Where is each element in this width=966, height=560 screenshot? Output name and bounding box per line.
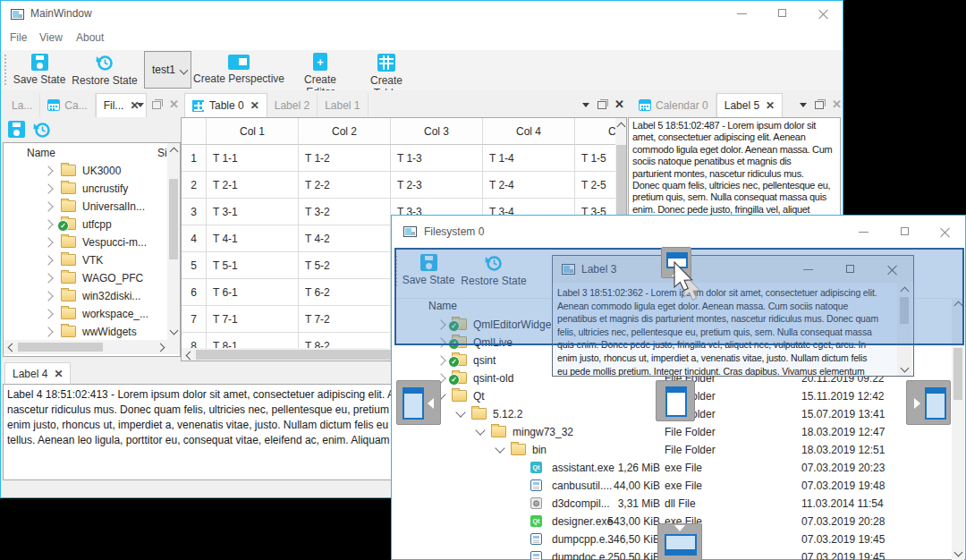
table-row-number[interactable]: 7 xyxy=(182,306,207,333)
menu-about[interactable]: About xyxy=(76,31,104,44)
menu-file[interactable]: File xyxy=(10,31,27,44)
table-cell[interactable]: T 5-1 xyxy=(207,252,299,279)
tab-calendar0[interactable]: Calendar 0 xyxy=(631,93,716,117)
toolbar-drag-handle[interactable] xyxy=(4,54,7,87)
table-cell[interactable]: T 6-1 xyxy=(207,279,299,306)
table-row-number[interactable]: 1 xyxy=(182,145,207,172)
tree-item[interactable]: wwWidgets xyxy=(4,323,167,340)
tree-item[interactable]: workspace_... xyxy=(4,305,167,323)
chevron-down-icon[interactable] xyxy=(455,407,465,417)
table-cell[interactable]: T 4-1 xyxy=(207,225,299,252)
fs-tree-item[interactable]: ⚙d3dcompil...3,31 MiBdll File11.03.2014 … xyxy=(392,495,952,513)
main-titlebar[interactable]: MainWindow xyxy=(1,1,843,28)
tab-label1[interactable]: Label 1 xyxy=(318,93,368,117)
close-panel-icon[interactable]: ✕ xyxy=(832,100,842,109)
table-col-header[interactable]: Col 1 xyxy=(207,118,299,145)
table-cell[interactable]: T 8-1 xyxy=(207,333,299,348)
table-cell[interactable]: T 6-2 xyxy=(299,279,391,306)
chevron-right-icon[interactable] xyxy=(43,183,53,193)
menu-view[interactable]: View xyxy=(39,31,63,44)
tree-item[interactable]: VTK xyxy=(4,251,167,269)
tabs-menu-icon[interactable] xyxy=(582,103,589,107)
table-row-number[interactable]: 6 xyxy=(182,279,207,306)
tab-table0[interactable]: Table 0✕ xyxy=(184,93,267,117)
table-cell[interactable]: T 4-2 xyxy=(299,225,391,252)
table-row-number[interactable]: 4 xyxy=(182,225,207,252)
tab-label5[interactable]: Label 5✕ xyxy=(716,93,783,117)
chevron-right-icon[interactable] xyxy=(43,165,53,175)
table-cell[interactable]: T 8-2 xyxy=(299,333,391,348)
tab-close-icon[interactable]: ✕ xyxy=(766,99,775,112)
table-cell[interactable]: T 5-2 xyxy=(299,252,391,279)
save-state-button[interactable]: Save State xyxy=(12,54,67,86)
drop-indicator-center[interactable] xyxy=(656,380,695,421)
table-cell[interactable]: T 2-2 xyxy=(299,172,391,199)
left-restore-icon[interactable] xyxy=(33,121,51,139)
tree-item[interactable]: ✓utfcpp xyxy=(4,216,167,233)
tab-label4[interactable]: Label 4✕ xyxy=(4,362,71,385)
fs-tree-item[interactable]: Qtassistant.exe1,26 MiBexe File07.03.201… xyxy=(392,459,952,477)
tab-close-icon[interactable]: ✕ xyxy=(250,99,259,112)
float-panel-icon[interactable] xyxy=(597,101,606,109)
tree-item[interactable]: Vespucci-m... xyxy=(4,233,167,251)
tab-close-icon[interactable]: ✕ xyxy=(54,368,63,380)
table-row-number[interactable]: 3 xyxy=(182,199,207,225)
float-panel-icon[interactable] xyxy=(815,101,824,109)
float-panel-icon[interactable] xyxy=(152,101,161,109)
fs-maximize-button[interactable] xyxy=(892,223,919,241)
table-cell[interactable]: T 1-5 xyxy=(575,145,615,172)
chevron-down-icon[interactable] xyxy=(495,443,504,453)
tabs-menu-icon[interactable] xyxy=(800,103,807,107)
tab-ca[interactable]: Ca... xyxy=(40,93,95,117)
left-tree-vscrollbar[interactable] xyxy=(167,143,180,340)
main-minimize-button[interactable] xyxy=(729,4,756,22)
main-maximize-button[interactable] xyxy=(769,4,796,22)
table-cell[interactable]: T 2-5 xyxy=(575,172,615,199)
perspective-combo[interactable]: test1 xyxy=(144,51,191,89)
table-cell[interactable]: T 1-3 xyxy=(391,145,483,172)
chevron-right-icon[interactable] xyxy=(436,355,445,365)
table-cell[interactable]: T 1-2 xyxy=(299,145,391,172)
table-cell[interactable]: T 3-1 xyxy=(207,199,299,225)
chevron-right-icon[interactable] xyxy=(43,237,53,247)
table-col-header[interactable]: Col 3 xyxy=(391,118,483,145)
drop-indicator-bottom[interactable] xyxy=(657,523,702,560)
table-cell[interactable]: T 2-3 xyxy=(391,172,483,199)
table-cell[interactable]: T 7-1 xyxy=(207,306,299,333)
table-col-header[interactable]: Col 4 xyxy=(483,118,575,145)
chevron-right-icon[interactable] xyxy=(43,273,53,283)
tree-item[interactable]: WAGO_PFC xyxy=(4,269,167,287)
close-panel-icon[interactable]: ✕ xyxy=(614,100,624,109)
main-close-button[interactable] xyxy=(809,4,836,22)
chevron-right-icon[interactable] xyxy=(43,255,53,265)
chevron-right-icon[interactable] xyxy=(43,201,53,211)
fs-minimize-button[interactable] xyxy=(851,223,877,241)
table-cell[interactable]: T 1-4 xyxy=(483,145,575,172)
chevron-down-icon[interactable] xyxy=(475,425,485,435)
tabs-menu-icon[interactable] xyxy=(137,103,144,107)
table-row-number[interactable]: 8 xyxy=(182,333,207,348)
chevron-right-icon[interactable] xyxy=(43,309,53,318)
tree-item[interactable]: UniversalIn... xyxy=(4,198,167,216)
table-row-number[interactable]: 5 xyxy=(182,252,207,279)
tree-item[interactable]: win32diski... xyxy=(4,287,167,305)
fs-tree-item[interactable]: mingw73_32File Folder18.03.2019 12:47 xyxy=(392,423,952,441)
table-cell[interactable]: T 2-4 xyxy=(483,172,575,199)
left-tree-hscrollbar[interactable] xyxy=(4,340,180,354)
chevron-right-icon[interactable] xyxy=(43,219,53,229)
drop-indicator-left[interactable] xyxy=(396,380,441,425)
create-perspective-button[interactable]: Create Perspective xyxy=(192,55,285,85)
fs-tree-item[interactable]: binFile Folder18.03.2019 12:51 xyxy=(392,441,952,459)
chevron-right-icon[interactable] xyxy=(43,291,53,301)
filesystem-titlebar[interactable]: Filesystem 0 xyxy=(392,216,965,249)
restore-state-button[interactable]: Restore State xyxy=(71,54,139,87)
fs-close-button[interactable] xyxy=(931,223,958,241)
table-col-header[interactable]: Col 5 xyxy=(575,118,615,145)
left-tree-header-name[interactable]: Name xyxy=(27,147,55,159)
table-col-header[interactable]: Col 2 xyxy=(299,118,391,145)
tab-label2[interactable]: Label 2 xyxy=(267,93,318,117)
tab-la[interactable]: La... xyxy=(4,93,40,117)
table-cell[interactable]: T 3-2 xyxy=(299,199,391,225)
close-panel-icon[interactable]: ✕ xyxy=(169,100,179,109)
table-cell[interactable]: T 7-2 xyxy=(299,306,391,333)
